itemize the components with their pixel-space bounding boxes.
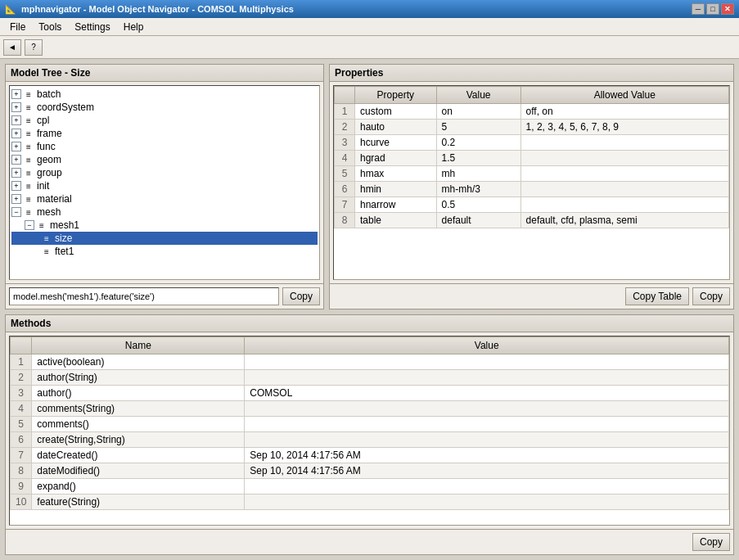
method-row-num: 10 [11,495,32,510]
methods-buttons: Copy [6,529,733,554]
methods-table: Name Value 1 active(boolean) 2 author(St… [10,336,729,510]
method-row[interactable]: 6 create(String,String) [11,432,729,448]
tree-item-func[interactable]: + ≡ func [11,140,318,153]
methods-table-container[interactable]: Name Value 1 active(boolean) 2 author(St… [9,336,730,526]
tree-item-ftet1[interactable]: ≡ ftet1 [11,245,318,258]
prop-table-container[interactable]: Property Value Allowed Value 1 custom on… [333,85,730,280]
tree-label-group: group [37,167,62,178]
prop-row-allowed [520,151,728,166]
tree-item-mesh[interactable]: − ≡ mesh [11,205,318,219]
tree-icon-init: ≡ [23,180,34,192]
tree-expander-func[interactable]: + [11,142,21,151]
method-row[interactable]: 5 comments() [11,417,729,432]
method-row[interactable]: 3 author() COMSOL [11,386,729,401]
menu-help[interactable]: Help [117,20,151,34]
method-row[interactable]: 8 dateModified() Sep 10, 2014 4:17:56 AM [11,463,729,479]
tree-icon-cpl: ≡ [23,115,34,126]
tree-label-init: init [37,180,49,192]
tree-expander-material[interactable]: + [11,194,21,204]
prop-row-property: hcurve [355,135,437,151]
method-row-name: feature(String) [32,495,245,510]
prop-row-num: 4 [335,151,355,166]
properties-panel: Properties Property Value Allowed Value … [329,64,734,309]
method-row[interactable]: 7 dateCreated() Sep 10, 2014 4:17:56 AM [11,448,729,463]
maximize-button[interactable]: □ [706,3,719,15]
method-row-value: COMSOL [245,386,729,401]
tree-expander-coordSystem[interactable]: + [11,102,21,112]
tree-icon-group: ≡ [23,167,34,178]
method-row-value [245,401,729,417]
tree-label-mesh: mesh [37,206,61,218]
method-row[interactable]: 4 comments(String) [11,401,729,417]
method-row-value [245,432,729,448]
tree-expander-mesh[interactable]: − [11,207,21,217]
tree-item-geom[interactable]: + ≡ geom [11,153,318,166]
tree-scroll[interactable]: + ≡ batch + ≡ coordSystem + ≡ cpl [10,86,319,279]
tree-label-geom: geom [37,154,61,165]
method-row-value: Sep 10, 2014 4:17:56 AM [245,448,729,463]
prop-row-property: hnarrow [355,197,437,213]
tree-icon-func: ≡ [23,141,34,152]
tree-item-frame[interactable]: + ≡ frame [11,127,318,140]
properties-copy-button[interactable]: Copy [692,287,730,305]
tree-expander-init[interactable]: + [11,181,21,191]
tree-expander-frame[interactable]: + [11,129,21,138]
model-path-input[interactable] [9,287,279,305]
tree-item-material[interactable]: + ≡ material [11,192,318,205]
menu-bar: File Tools Settings Help [0,18,739,36]
app-icon: 📐 [5,4,16,15]
tree-expander-batch[interactable]: + [11,89,21,99]
minimize-button[interactable]: ─ [692,3,705,15]
tree-expander-geom[interactable]: + [11,155,21,165]
methods-title: Methods [6,315,733,332]
menu-tools[interactable]: Tools [32,20,68,34]
method-row[interactable]: 2 author(String) [11,370,729,386]
method-row[interactable]: 9 expand() [11,479,729,495]
prop-row[interactable]: 3 hcurve 0.2 [335,135,729,151]
prop-row-property: hauto [355,120,437,135]
methods-scroll[interactable]: Name Value 1 active(boolean) 2 author(St… [10,336,729,525]
prop-row-allowed: off, on [520,104,728,120]
tree-item-cpl[interactable]: + ≡ cpl [11,114,318,127]
tree-expander-mesh1[interactable]: − [25,220,34,230]
copy-table-button[interactable]: Copy Table [625,287,689,305]
method-row-num: 6 [11,432,32,448]
model-tree-copy-button[interactable]: Copy [282,287,320,305]
prop-row[interactable]: 7 hnarrow 0.5 [335,197,729,213]
prop-row[interactable]: 6 hmin mh-mh/3 [335,182,729,197]
toolbar-help-button[interactable]: ? [25,39,43,56]
tree-label-mesh1: mesh1 [50,219,79,231]
method-row[interactable]: 1 active(boolean) [11,355,729,370]
prop-row[interactable]: 2 hauto 5 1, 2, 3, 4, 5, 6, 7, 8, 9 [335,120,729,135]
tree-item-init[interactable]: + ≡ init [11,179,318,192]
method-row-name: create(String,String) [32,432,245,448]
methods-copy-button[interactable]: Copy [692,533,730,551]
menu-settings[interactable]: Settings [68,20,116,34]
prop-row[interactable]: 1 custom on off, on [335,104,729,120]
tree-item-size[interactable]: ≡ size [11,232,318,245]
tree-icon-material: ≡ [23,193,34,205]
window-title: mphnavigator - Model Object Navigator - … [21,4,294,14]
tree-item-mesh1[interactable]: − ≡ mesh1 [11,219,318,232]
prop-row[interactable]: 5 hmax mh [335,166,729,182]
menu-file[interactable]: File [3,20,32,34]
prop-row-property: table [355,213,437,228]
prop-col-value: Value [436,87,520,104]
tree-icon-size: ≡ [41,233,52,244]
method-row-value [245,370,729,386]
method-row[interactable]: 10 feature(String) [11,495,729,510]
toolbar-arrow-button[interactable]: ◄ [3,39,21,56]
tree-icon-mesh: ≡ [23,206,34,218]
tree-item-coordSystem[interactable]: + ≡ coordSystem [11,101,318,114]
method-row-name: author(String) [32,370,245,386]
tree-expander-group[interactable]: + [11,168,21,178]
tree-expander-cpl[interactable]: + [11,115,21,125]
prop-row-value: 0.2 [436,135,520,151]
tree-container[interactable]: + ≡ batch + ≡ coordSystem + ≡ cpl [9,85,320,280]
tree-item-batch[interactable]: + ≡ batch [11,88,318,101]
tree-item-group[interactable]: + ≡ group [11,166,318,179]
close-button[interactable]: ✕ [721,3,734,15]
prop-row[interactable]: 4 hgrad 1.5 [335,151,729,166]
prop-row[interactable]: 8 table default default, cfd, plasma, se… [335,213,729,228]
method-row-name: dateCreated() [32,448,245,463]
